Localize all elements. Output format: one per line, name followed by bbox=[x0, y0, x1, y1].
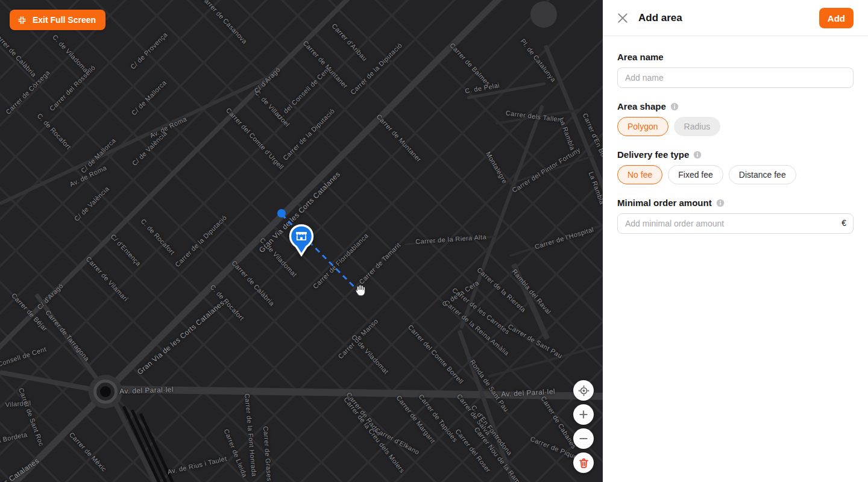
fee-option-distance-fee[interactable]: Distance fee bbox=[729, 165, 796, 184]
grab-hand-cursor bbox=[352, 283, 366, 299]
zoom-out-button[interactable] bbox=[573, 428, 594, 449]
close-icon bbox=[617, 13, 628, 23]
fee-option-fixed-fee[interactable]: Fixed fee bbox=[668, 165, 723, 184]
street-label: Carrer de Muntaner bbox=[375, 113, 423, 163]
area-shape-options: PolygonRadius bbox=[617, 117, 854, 136]
locate-me-button[interactable] bbox=[573, 380, 594, 401]
map-canvas[interactable]: Carrer de CasanovaCarrer de CalàbriaC. d… bbox=[0, 0, 603, 482]
close-panel-button[interactable] bbox=[617, 13, 628, 23]
minus-icon bbox=[578, 433, 589, 444]
area-shape-label: Area shape bbox=[617, 101, 666, 111]
area-shape-info-icon[interactable] bbox=[670, 102, 679, 111]
road-line bbox=[0, 0, 408, 482]
placa-catalunya-junction bbox=[530, 1, 557, 28]
road-line bbox=[0, 0, 455, 482]
minimal-order-amount-label: Minimal order amount bbox=[617, 198, 712, 208]
street-label: C/ d'Entença bbox=[110, 233, 143, 268]
add-area-submit-button[interactable]: Add bbox=[819, 8, 854, 28]
roundabout-center bbox=[100, 386, 111, 397]
road-line bbox=[488, 343, 603, 378]
area-name-input[interactable] bbox=[617, 67, 854, 88]
crosshair-target-icon bbox=[578, 385, 590, 396]
fee-option-no-fee[interactable]: No fee bbox=[617, 165, 662, 184]
shape-option-polygon[interactable]: Polygon bbox=[617, 117, 668, 136]
road-line bbox=[467, 82, 546, 99]
delivery-fee-type-label: Delivery fee type bbox=[617, 149, 689, 160]
delivery-fee-info-icon[interactable] bbox=[693, 151, 702, 159]
exit-fullscreen-button[interactable]: Exit Full Screen bbox=[10, 10, 105, 30]
store-location-pin[interactable] bbox=[288, 224, 315, 259]
trash-icon bbox=[578, 457, 590, 469]
street-label: C/ de València bbox=[73, 185, 110, 222]
shape-option-radius: Radius bbox=[674, 117, 721, 136]
delivery-fee-options: No feeFixed feeDistance fee bbox=[617, 165, 854, 184]
minimal-order-amount-input[interactable] bbox=[617, 213, 854, 234]
exit-fullscreen-label: Exit Full Screen bbox=[33, 15, 96, 25]
panel-header: Add area Add bbox=[603, 0, 868, 36]
plus-icon bbox=[578, 409, 589, 420]
zoom-in-button[interactable] bbox=[573, 404, 594, 425]
area-name-label: Area name bbox=[617, 52, 664, 62]
delete-area-button[interactable] bbox=[573, 452, 594, 473]
panel-title: Add area bbox=[638, 12, 682, 24]
polygon-vertex-dot[interactable] bbox=[277, 209, 286, 218]
collapse-fullscreen-icon bbox=[17, 15, 27, 25]
minimal-order-info-icon[interactable] bbox=[716, 199, 725, 207]
add-area-panel: Add area Add Area name Area shape Polygo… bbox=[603, 0, 868, 482]
